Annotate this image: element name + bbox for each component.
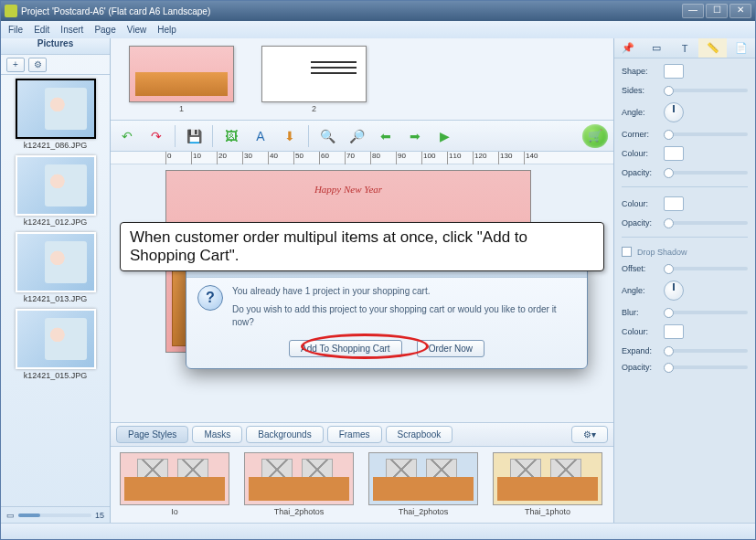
style-thumb[interactable]: Thai_2photos — [368, 452, 478, 517]
picture-thumb[interactable]: k12421_086.JPG — [5, 79, 106, 150]
prop-offset-slider[interactable] — [664, 267, 748, 270]
pictures-panel-title: Pictures — [1, 38, 110, 55]
thumb-size-slider[interactable] — [18, 514, 91, 517]
tab-backgrounds[interactable]: Backgrounds — [246, 426, 323, 443]
drop-shadow-label: Drop Shadow — [637, 248, 687, 257]
prop-shape-label: Shape: — [622, 67, 658, 76]
ruler-tick: 0 — [165, 152, 171, 164]
prop-expand-label: Expand: — [622, 346, 658, 355]
prop-tab-page-icon[interactable]: 📄 — [727, 38, 755, 58]
prop-border-colour-picker[interactable] — [664, 196, 684, 211]
redo-button[interactable]: ↷ — [145, 125, 167, 147]
menu-help[interactable]: Help — [157, 25, 176, 35]
add-image-button[interactable]: 🖼 — [220, 125, 242, 147]
confirmation-dialog: Confirmation... ? You already have 1 pro… — [186, 257, 588, 369]
order-now-button[interactable]: Order Now — [417, 340, 484, 357]
ruler-tick: 70 — [345, 152, 355, 164]
style-thumb[interactable]: Io — [120, 452, 229, 517]
page-thumb-2[interactable]: 2 — [261, 46, 367, 113]
prop-shadow-angle-dial[interactable] — [664, 281, 684, 301]
prop-sides-slider[interactable] — [664, 89, 748, 92]
picture-count: 15 — [95, 511, 104, 520]
prop-shadow-opacity-label: Opacity: — [622, 363, 658, 372]
ruler-tick: 20 — [217, 152, 227, 164]
ruler-tick: 90 — [396, 152, 406, 164]
ruler-tick: 100 — [421, 152, 435, 164]
prop-border-opacity-label: Opacity: — [622, 218, 658, 228]
zoom-out-button[interactable]: 🔍 — [316, 125, 338, 147]
prop-tab-ruler-icon[interactable]: 📏 — [698, 38, 727, 58]
style-thumb[interactable]: Thai_1photo — [493, 452, 602, 517]
prop-angle-label: Angle: — [622, 108, 658, 117]
prop-border-opacity-slider[interactable] — [664, 221, 748, 225]
prop-opacity-slider[interactable] — [664, 171, 748, 175]
picture-options-button[interactable]: ⚙ — [28, 58, 47, 72]
picture-thumb[interactable]: k12421_015.JPG — [5, 309, 106, 380]
prop-tab-pin-icon[interactable]: 📌 — [614, 38, 643, 58]
shopping-cart-button[interactable]: 🛒 — [582, 124, 608, 148]
add-to-cart-button[interactable]: Add To Shopping Cart — [289, 340, 402, 357]
page-styles-strip: Io Thai_2photos Thai_2photos Thai_1photo — [111, 446, 613, 523]
menu-insert[interactable]: Insert — [60, 25, 83, 35]
prop-shadow-opacity-slider[interactable] — [664, 365, 748, 369]
prev-page-button[interactable]: ⬅ — [375, 125, 397, 147]
prop-shape-picker[interactable] — [664, 64, 684, 79]
menubar: File Edit Insert Page View Help — [1, 21, 755, 38]
prop-tab-shape-icon[interactable]: ▭ — [643, 38, 671, 58]
instruction-callout: When customer order multipul items at on… — [120, 222, 604, 271]
properties-panel: 📌 ▭ T 📏 📄 Shape: Sides: Angle: Corner: C… — [613, 38, 755, 523]
tab-masks[interactable]: Masks — [192, 426, 242, 443]
page-preview-strip: 1 2 — [111, 38, 613, 121]
drop-shadow-checkbox[interactable] — [622, 247, 632, 257]
ruler-tick: 10 — [191, 152, 201, 164]
dialog-message: You already have 1 project in your shopp… — [232, 285, 576, 329]
minimize-button[interactable]: — — [682, 4, 704, 18]
ruler-tick: 120 — [473, 152, 486, 164]
picture-thumb-list[interactable]: k12421_086.JPG k12421_012.JPG k12421_013… — [1, 75, 110, 506]
prop-shadow-colour-picker[interactable] — [664, 324, 684, 339]
export-button[interactable]: ⬇ — [279, 125, 301, 147]
prop-border-colour-label: Colour: — [622, 199, 658, 208]
app-window: Project 'Postcard-A6' (Flat card A6 Land… — [0, 0, 756, 540]
tab-scrapbook[interactable]: Scrapbook — [386, 426, 453, 443]
close-button[interactable]: ✕ — [729, 4, 751, 18]
ruler-tick: 50 — [293, 152, 303, 164]
tab-settings-button[interactable]: ⚙▾ — [571, 426, 608, 443]
prop-angle-dial[interactable] — [664, 102, 684, 122]
canvas-greeting-text[interactable]: Happy New Year — [314, 184, 382, 195]
prop-expand-slider[interactable] — [664, 349, 748, 353]
add-text-button[interactable]: A — [250, 125, 272, 147]
statusbar — [1, 523, 755, 539]
undo-button[interactable]: ↶ — [116, 125, 138, 147]
app-icon — [5, 5, 17, 17]
ruler-tick: 40 — [268, 152, 278, 164]
prop-corner-slider[interactable] — [664, 132, 748, 136]
prop-shadow-colour-label: Colour: — [622, 327, 658, 336]
play-button[interactable]: ▶ — [433, 125, 455, 147]
menu-edit[interactable]: Edit — [34, 25, 49, 35]
add-picture-button[interactable]: + — [6, 58, 25, 72]
picture-thumb[interactable]: k12421_012.JPG — [5, 155, 106, 227]
menu-page[interactable]: Page — [94, 25, 115, 35]
prop-colour-label: Colour: — [622, 149, 658, 158]
zoom-in-button[interactable]: 🔎 — [346, 125, 367, 147]
tab-page-styles[interactable]: Page Styles — [116, 426, 188, 443]
picture-thumb[interactable]: k12421_013.JPG — [5, 232, 106, 303]
prop-colour-picker[interactable] — [664, 146, 684, 161]
page-thumb-1[interactable]: 1 — [129, 46, 234, 113]
prop-blur-slider[interactable] — [664, 311, 748, 314]
main-toolbar: ↶ ↷ 💾 🖼 A ⬇ 🔍 🔎 ⬅ ➡ ▶ 🛒 — [111, 121, 613, 152]
prop-sides-label: Sides: — [622, 86, 658, 95]
menu-file[interactable]: File — [8, 25, 23, 35]
save-button[interactable]: 💾 — [183, 125, 205, 147]
style-thumb[interactable]: Thai_2photos — [244, 452, 354, 517]
next-page-button[interactable]: ➡ — [404, 125, 426, 147]
ruler-tick: 110 — [447, 152, 461, 164]
maximize-button[interactable]: ☐ — [706, 4, 728, 18]
ruler-tick: 80 — [370, 152, 380, 164]
bottom-tabs: Page Styles Masks Backgrounds Frames Scr… — [111, 422, 613, 446]
tab-frames[interactable]: Frames — [327, 426, 382, 443]
prop-tab-text-icon[interactable]: T — [671, 38, 699, 58]
menu-view[interactable]: View — [127, 25, 147, 35]
picture-thumb-label: k12421_013.JPG — [5, 294, 106, 303]
